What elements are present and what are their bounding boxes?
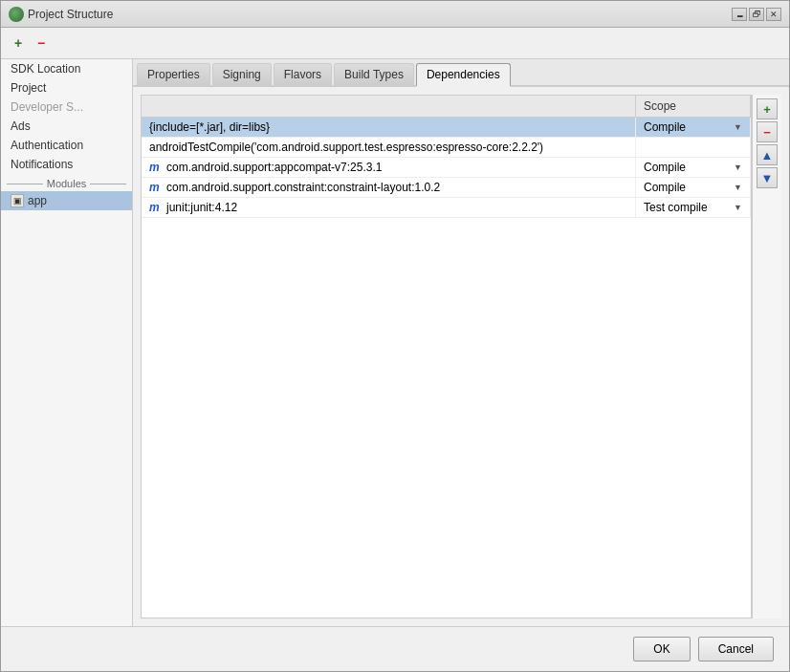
dep-cell-name: m com.android.support:appcompat-v7:25.3.… (142, 158, 636, 178)
ok-button[interactable]: OK (633, 637, 690, 661)
scope-value: Compile (644, 181, 686, 194)
table-row[interactable]: m com.android.support:appcompat-v7:25.3.… (142, 158, 751, 178)
sidebar-item-ads[interactable]: Ads (1, 117, 132, 136)
remove-button[interactable]: − (32, 33, 51, 53)
add-button[interactable]: + (9, 33, 28, 53)
dep-remove-button[interactable]: − (757, 121, 778, 142)
sidebar-item-notifications[interactable]: Notifications (1, 155, 132, 174)
tab-dependencies[interactable]: Dependencies (416, 63, 511, 87)
sidebar-item-app-label: app (28, 194, 47, 207)
main-content: SDK Location Project Developer S... Ads … (1, 59, 789, 626)
dialog-title: Project Structure (28, 8, 113, 21)
sidebar-item-app[interactable]: ▣ app (1, 191, 132, 210)
dep-cell-scope: Compile ▼ (636, 118, 751, 138)
minimize-button[interactable]: 🗕 (732, 8, 747, 21)
table-row[interactable]: m com.android.support.constraint:constra… (142, 178, 751, 198)
tab-build-types[interactable]: Build Types (334, 63, 414, 85)
scope-value: Compile (644, 161, 686, 174)
dep-panel: Scope {include=[*.jar], dir=libs} Compil (141, 95, 752, 618)
scope-value: Compile (644, 120, 686, 134)
dep-cell-scope (636, 138, 751, 158)
cancel-button[interactable]: Cancel (698, 637, 774, 661)
dep-down-button[interactable]: ▼ (757, 167, 778, 188)
close-button[interactable]: ✕ (766, 8, 781, 21)
dep-panel-actions: + − ▲ ▼ (752, 95, 781, 618)
dep-up-button[interactable]: ▲ (757, 144, 778, 165)
tabs-bar: Properties Signing Flavors Build Types D… (133, 59, 789, 87)
sidebar-item-project[interactable]: Project (1, 78, 132, 98)
app-icon (9, 7, 24, 22)
table-row[interactable]: m junit:junit:4.12 Test compile ▼ (142, 198, 751, 218)
module-icon: ▣ (11, 194, 24, 207)
title-bar: Project Structure 🗕 🗗 ✕ (1, 1, 789, 28)
dep-cell-name: androidTestCompile('com.android.support.… (142, 138, 636, 158)
title-bar-left: Project Structure (9, 7, 113, 22)
dep-col-name (142, 96, 636, 118)
scope-dropdown-icon[interactable]: ▼ (734, 203, 742, 212)
sidebar-item-developer-s[interactable]: Developer S... (1, 98, 132, 117)
dep-panel-with-actions: Scope {include=[*.jar], dir=libs} Compil (141, 95, 781, 618)
scope-value: Test compile (644, 201, 708, 214)
dep-col-scope: Scope (636, 96, 751, 118)
sidebar: SDK Location Project Developer S... Ads … (1, 59, 133, 626)
dep-cell-scope: Compile ▼ (636, 178, 751, 198)
right-panel: Properties Signing Flavors Build Types D… (133, 59, 789, 626)
sidebar-item-authentication[interactable]: Authentication (1, 136, 132, 155)
bottom-bar: OK Cancel (1, 626, 789, 671)
scope-dropdown-icon[interactable]: ▼ (734, 183, 742, 192)
table-row[interactable]: {include=[*.jar], dir=libs} Compile ▼ (142, 118, 751, 138)
dep-table: Scope {include=[*.jar], dir=libs} Compil (142, 96, 751, 218)
dep-cell-name: m junit:junit:4.12 (142, 198, 636, 218)
title-bar-controls: 🗕 🗗 ✕ (732, 8, 781, 21)
table-row[interactable]: androidTestCompile('com.android.support.… (142, 138, 751, 158)
tab-content: Scope {include=[*.jar], dir=libs} Compil (133, 87, 789, 626)
m-icon: m (149, 201, 160, 214)
dep-add-button[interactable]: + (757, 98, 778, 119)
dep-cell-scope: Test compile ▼ (636, 198, 751, 218)
scope-dropdown-icon[interactable]: ▼ (734, 163, 742, 172)
maximize-button[interactable]: 🗗 (749, 8, 764, 21)
tab-properties[interactable]: Properties (137, 63, 210, 85)
sidebar-item-sdk-location[interactable]: SDK Location (1, 59, 132, 78)
m-icon: m (149, 181, 160, 194)
m-icon: m (149, 161, 160, 174)
project-structure-dialog: Project Structure 🗕 🗗 ✕ + − SDK Location… (0, 0, 790, 672)
dep-table-wrapper: Scope {include=[*.jar], dir=libs} Compil (142, 96, 751, 618)
dep-cell-scope: Compile ▼ (636, 158, 751, 178)
toolbar: + − (1, 28, 789, 59)
dep-cell-name: m com.android.support.constraint:constra… (142, 178, 636, 198)
dep-cell-name: {include=[*.jar], dir=libs} (142, 118, 636, 138)
tab-flavors[interactable]: Flavors (274, 63, 332, 85)
sidebar-items: SDK Location Project Developer S... Ads … (1, 59, 132, 626)
tab-signing[interactable]: Signing (212, 63, 272, 85)
scope-dropdown-icon[interactable]: ▼ (734, 122, 742, 132)
modules-section-label: Modules (1, 174, 132, 191)
